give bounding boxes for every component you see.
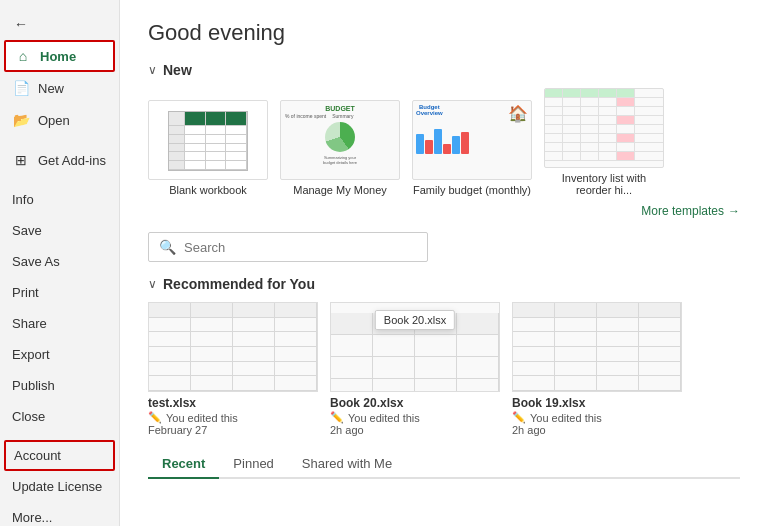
sidebar-save-as-label: Save As bbox=[12, 254, 60, 269]
inv-row-4 bbox=[545, 125, 663, 134]
mini-sheet-test bbox=[149, 303, 317, 391]
family-bars bbox=[416, 126, 528, 154]
new-section-title: New bbox=[163, 62, 192, 78]
grid-cell bbox=[185, 152, 206, 161]
sidebar-item-update-license[interactable]: Update License bbox=[0, 471, 119, 502]
inv-hdr-5 bbox=[617, 89, 635, 97]
grid-cell bbox=[206, 144, 227, 153]
rec-thumb-test bbox=[148, 302, 318, 392]
bar-6 bbox=[461, 132, 469, 154]
inv-cell-red bbox=[617, 116, 635, 124]
sidebar-item-get-add-ins[interactable]: ⊞ Get Add-ins bbox=[0, 144, 119, 176]
sidebar-item-account[interactable]: Account bbox=[4, 440, 115, 471]
grid-cell bbox=[185, 112, 206, 126]
grid-cell bbox=[185, 126, 206, 135]
rec-card-test[interactable]: test.xlsx ✏️ You edited this February 27 bbox=[148, 302, 318, 436]
grid-cell bbox=[206, 152, 227, 161]
rec-card-book20[interactable]: Book 20.xlsx Book 20.xlsx ✏️ You edited … bbox=[330, 302, 500, 436]
bar-5 bbox=[452, 136, 460, 154]
inv-cell bbox=[563, 107, 581, 115]
budget-legend: % of income spentSummary bbox=[285, 113, 395, 119]
mini-sheet-book19 bbox=[513, 303, 681, 391]
tab-shared-label: Shared with Me bbox=[302, 456, 392, 471]
sidebar-item-share[interactable]: Share bbox=[0, 308, 119, 339]
sidebar-item-export[interactable]: Export bbox=[0, 339, 119, 370]
sidebar-item-more[interactable]: More... bbox=[0, 502, 119, 526]
inv-cell bbox=[581, 152, 599, 160]
tooltip-book20: Book 20.xlsx bbox=[375, 310, 455, 330]
search-input[interactable] bbox=[184, 240, 417, 255]
template-inventory[interactable]: Inventory list with reorder hi... bbox=[544, 88, 664, 196]
template-blank[interactable]: Blank workbook bbox=[148, 100, 268, 196]
sidebar-update-license-label: Update License bbox=[12, 479, 102, 494]
grid-cell bbox=[169, 112, 185, 126]
template-blank-label: Blank workbook bbox=[148, 184, 268, 196]
sidebar-item-open[interactable]: 📂 Open bbox=[0, 104, 119, 136]
new-section-header: ∨ New bbox=[148, 62, 740, 78]
inv-hdr-4 bbox=[599, 89, 617, 97]
inv-cell bbox=[563, 98, 581, 106]
template-budget[interactable]: BUDGET % of income spentSummary Summariz… bbox=[280, 100, 400, 196]
template-family[interactable]: BudgetOverview 🏠 Family budget (monthly) bbox=[412, 100, 532, 196]
grid-cell bbox=[226, 135, 247, 144]
inv-cell bbox=[581, 98, 599, 106]
sidebar-more-label: More... bbox=[12, 510, 52, 525]
bar-2 bbox=[425, 140, 433, 154]
grid-cell bbox=[169, 126, 185, 135]
tab-pinned[interactable]: Pinned bbox=[219, 450, 287, 479]
bar-3 bbox=[434, 129, 442, 154]
add-ins-icon: ⊞ bbox=[12, 152, 30, 168]
tab-recent-label: Recent bbox=[162, 456, 205, 471]
sidebar-info-label: Info bbox=[12, 192, 34, 207]
inv-cell bbox=[545, 152, 563, 160]
sidebar-print-label: Print bbox=[12, 285, 39, 300]
tab-recent[interactable]: Recent bbox=[148, 450, 219, 479]
recommended-cards: test.xlsx ✏️ You edited this February 27… bbox=[148, 302, 740, 436]
recommended-chevron-icon[interactable]: ∨ bbox=[148, 277, 157, 291]
sidebar-item-home[interactable]: ⌂ Home bbox=[4, 40, 115, 72]
new-icon: 📄 bbox=[12, 80, 30, 96]
rec-card-test-meta-text: You edited this bbox=[166, 412, 238, 424]
inv-cell bbox=[599, 152, 617, 160]
sidebar-item-save[interactable]: Save bbox=[0, 215, 119, 246]
inv-row-2 bbox=[545, 107, 663, 116]
sidebar-item-close[interactable]: Close bbox=[0, 401, 119, 432]
sidebar-item-info[interactable]: Info bbox=[0, 184, 119, 215]
search-bar[interactable]: 🔍 bbox=[148, 232, 428, 262]
inv-cell bbox=[563, 152, 581, 160]
inv-hdr-2 bbox=[563, 89, 581, 97]
sidebar-item-save-as[interactable]: Save As bbox=[0, 246, 119, 277]
rec-card-book19-name: Book 19.xlsx bbox=[512, 396, 682, 410]
more-templates-label: More templates bbox=[641, 204, 724, 218]
rec-thumb-book19-inner bbox=[513, 303, 681, 391]
tab-shared[interactable]: Shared with Me bbox=[288, 450, 406, 479]
sidebar-item-new[interactable]: 📄 New bbox=[0, 72, 119, 104]
grid-cell bbox=[226, 112, 247, 126]
recommended-section-title: Recommended for You bbox=[163, 276, 315, 292]
new-chevron-icon[interactable]: ∨ bbox=[148, 63, 157, 77]
templates-row: Blank workbook BUDGET % of income spentS… bbox=[148, 88, 740, 196]
grid-cell bbox=[185, 135, 206, 144]
inv-cell bbox=[545, 116, 563, 124]
grid-cell bbox=[226, 144, 247, 153]
inv-cell bbox=[599, 116, 617, 124]
main-content: Good evening ∨ New bbox=[120, 0, 768, 526]
inv-row-5 bbox=[545, 134, 663, 143]
back-button[interactable]: ← bbox=[0, 8, 119, 40]
sidebar-item-publish[interactable]: Publish bbox=[0, 370, 119, 401]
grid-cell bbox=[206, 161, 227, 170]
grid-cell bbox=[226, 126, 247, 135]
inv-cell bbox=[545, 134, 563, 142]
template-blank-thumb bbox=[148, 100, 268, 180]
inv-cell bbox=[617, 143, 635, 151]
inv-row-7 bbox=[545, 152, 663, 161]
rec-card-book19[interactable]: Book 19.xlsx ✏️ You edited this 2h ago bbox=[512, 302, 682, 436]
inv-hdr-3 bbox=[581, 89, 599, 97]
inv-inner bbox=[545, 89, 663, 167]
sidebar-item-print[interactable]: Print bbox=[0, 277, 119, 308]
more-templates-link[interactable]: More templates → bbox=[641, 204, 740, 218]
template-budget-label: Manage My Money bbox=[280, 184, 400, 196]
inv-cell bbox=[617, 125, 635, 133]
inv-cell bbox=[599, 107, 617, 115]
more-templates-arrow: → bbox=[728, 204, 740, 218]
